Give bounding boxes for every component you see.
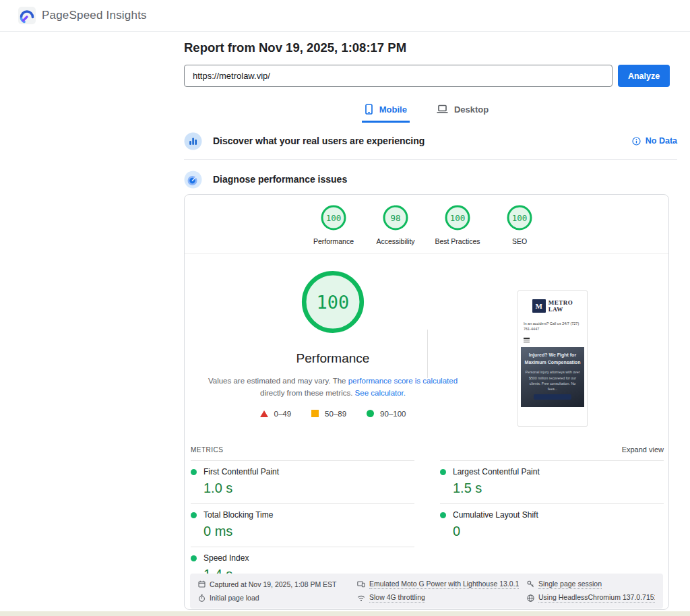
device-tabs: Mobile Desktop	[184, 100, 669, 123]
metric-name: Speed Index	[203, 553, 249, 563]
metrics-grid: First Contentful Paint 1.0 s Largest Con…	[191, 460, 664, 590]
metric-total-blocking-time: Total Blocking Time 0 ms	[191, 503, 414, 547]
legend-average: 50–89	[311, 410, 346, 418]
metric-name: First Contentful Paint	[203, 467, 279, 476]
pagespeed-logo-icon	[18, 7, 36, 24]
score-value: 98	[382, 204, 409, 231]
metric-value: 1.5 s	[453, 481, 664, 496]
metrics-header: METRICS Expand view	[191, 445, 664, 454]
field-data-title: Discover what your real users are experi…	[213, 135, 425, 146]
disclaimer-text: directly from these metrics.	[260, 389, 355, 397]
metric-cumulative-layout-shift: Cumulative Layout Shift 0	[440, 503, 664, 547]
score-label: Accessibility	[376, 237, 414, 245]
metric-value: 1.0 s	[203, 481, 414, 496]
scores-separator	[185, 253, 668, 254]
thumb-hero: Injured? We Fight for Maximum Compensati…	[521, 347, 584, 407]
thumb-hero-title: Injured? We Fight for Maximum Compensati…	[524, 352, 581, 366]
score-value: 100	[320, 204, 347, 231]
metric-value: 0	[453, 524, 664, 539]
tab-desktop[interactable]: Desktop	[434, 100, 491, 123]
app-header: PageSpeed Insights	[0, 0, 690, 32]
score-legend: 0–49 50–89 90–100	[260, 410, 406, 418]
category-best-practices[interactable]: 100 Best Practices	[427, 204, 489, 245]
green-dot-icon	[191, 469, 197, 475]
green-circle-icon	[367, 410, 374, 417]
vertical-divider	[427, 330, 428, 378]
metric-first-contentful-paint: First Contentful Paint 1.0 s	[191, 460, 414, 503]
orange-square-icon	[311, 410, 319, 417]
field-data-section-header: Discover what your real users are experi…	[184, 130, 677, 152]
legend-range: 0–49	[274, 410, 292, 418]
thumb-logo: M METRO LAW	[518, 299, 587, 313]
no-data-label: No Data	[646, 136, 677, 146]
captured-at-label: Captured at Nov 19, 2025, 1:08 PM EST	[210, 580, 337, 588]
green-dot-icon	[191, 555, 197, 561]
score-value: 100	[444, 204, 471, 231]
performance-score-value: 100	[301, 270, 365, 334]
metric-name: Cumulative Layout Shift	[453, 510, 538, 520]
score-calc-link[interactable]: performance score is calculated	[348, 377, 458, 385]
metric-name: Total Blocking Time	[203, 510, 273, 520]
session-type-label: Single page session	[538, 580, 602, 589]
thumb-contact-text: In an accident? Call us 24/7 (727) 761-4…	[524, 321, 582, 333]
real-users-icon	[184, 132, 202, 150]
performance-gauge: 100	[301, 270, 365, 334]
tab-desktop-label: Desktop	[454, 104, 489, 115]
capture-info-bar: Captured at Nov 19, 2025, 1:08 PM EST Em…	[190, 574, 663, 609]
app-title: PageSpeed Insights	[42, 9, 147, 22]
bottom-edge-strip	[0, 611, 690, 616]
category-accessibility[interactable]: 98 Accessibility	[365, 204, 427, 245]
calendar-icon	[198, 580, 206, 588]
category-seo[interactable]: 100 SEO	[489, 204, 551, 245]
green-dot-icon	[440, 469, 446, 475]
green-dot-icon	[440, 512, 446, 518]
hamburger-menu-icon	[524, 338, 530, 342]
metro-law-shield-icon: M	[532, 299, 546, 313]
url-input[interactable]	[184, 65, 613, 87]
wifi-icon	[357, 594, 365, 602]
globe-icon	[527, 594, 534, 602]
page-title: Report from Nov 19, 2025, 1:08:17 PM	[184, 40, 406, 55]
analyze-button[interactable]: Analyze	[618, 65, 670, 87]
legend-fail: 0–49	[260, 410, 292, 418]
phone-icon	[365, 104, 373, 115]
lab-data-section-header: Diagnose performance issues	[184, 168, 677, 190]
page-screenshot-thumbnail[interactable]: M METRO LAW In an accident? Call us 24/7…	[518, 290, 588, 427]
performance-gauge-label: Performance	[296, 351, 370, 366]
expand-view-button[interactable]: Expand view	[622, 445, 664, 454]
no-data-link[interactable]: No Data	[632, 136, 677, 146]
green-dot-icon	[191, 512, 197, 518]
score-label: Best Practices	[435, 237, 480, 245]
category-scores: 100 Performance 98 Accessibility 100 Bes…	[185, 204, 668, 245]
device-icon	[357, 580, 365, 588]
tab-mobile-label: Mobile	[379, 104, 407, 115]
metric-largest-contentful-paint: Largest Contentful Paint 1.5 s	[440, 460, 664, 503]
emulated-device[interactable]: Emulated Moto G Power with Lighthouse 13…	[357, 580, 527, 589]
laptop-icon	[437, 104, 448, 114]
disclaimer-text: Values are estimated and may vary. The	[208, 377, 348, 385]
thumb-brand-line2: LAW	[548, 306, 573, 313]
thumb-hero-body: Personal injury attorneys with over $500…	[524, 369, 581, 392]
see-calculator-link[interactable]: See calculator.	[355, 389, 406, 397]
browser-version[interactable]: Using HeadlessChromium 137.0.7151.119 wi…	[527, 594, 655, 603]
performance-gauge-block: 100 Performance Values are estimated and…	[191, 270, 474, 418]
diagnose-gauge-icon	[184, 171, 202, 189]
session-type[interactable]: Single page session	[527, 580, 655, 589]
page-load-label: Initial page load	[210, 594, 259, 602]
info-icon	[632, 137, 641, 146]
red-triangle-icon	[260, 410, 268, 417]
metric-name: Largest Contentful Paint	[453, 467, 540, 476]
score-disclaimer: Values are estimated and may vary. The p…	[198, 375, 468, 400]
captured-at: Captured at Nov 19, 2025, 1:08 PM EST	[198, 580, 357, 589]
legend-pass: 90–100	[367, 410, 406, 418]
score-value: 100	[506, 204, 533, 231]
throttling[interactable]: Slow 4G throttling	[357, 594, 527, 603]
tab-mobile[interactable]: Mobile	[362, 100, 410, 123]
stopwatch-icon	[198, 594, 206, 602]
lighthouse-report-card: 100 Performance 98 Accessibility 100 Bes…	[184, 194, 669, 610]
thumb-hero-button	[534, 394, 571, 400]
page-load-type: Initial page load	[198, 594, 357, 603]
metrics-caption: METRICS	[191, 446, 224, 454]
category-performance[interactable]: 100 Performance	[303, 204, 365, 245]
key-icon	[527, 580, 534, 588]
